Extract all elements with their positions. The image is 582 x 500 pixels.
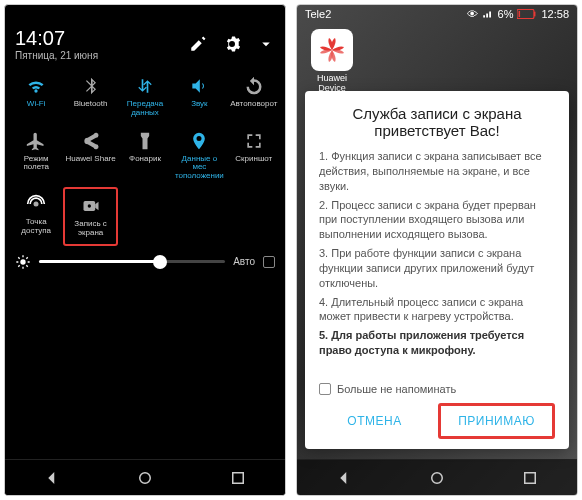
signal-icon xyxy=(482,8,494,20)
svg-point-0 xyxy=(34,201,39,206)
time: 14:07 xyxy=(15,27,98,50)
svg-point-3 xyxy=(20,259,25,264)
nav-back-icon[interactable] xyxy=(335,469,353,487)
tile-label: Bluetooth xyxy=(74,100,108,109)
cancel-button[interactable]: ОТМЕНА xyxy=(319,403,430,439)
qs-tile-flashlight[interactable]: Фонарик xyxy=(118,124,172,187)
dialog-paragraph: 3. При работе функции записи с экрана фу… xyxy=(319,246,555,291)
qs-tile-record[interactable]: Запись с экрана xyxy=(63,187,117,246)
record-icon xyxy=(81,195,101,217)
screenshot-icon xyxy=(244,130,264,152)
dont-remind-label: Больше не напоминать xyxy=(337,383,456,395)
tile-label: Звук xyxy=(191,100,207,109)
bluetooth-icon xyxy=(81,75,101,97)
qs-tile-data[interactable]: Передача данных xyxy=(118,69,172,124)
tile-label: Запись с экрана xyxy=(67,220,113,238)
dialog-paragraph: 1. Функция записи с экрана записывает вс… xyxy=(319,149,555,194)
svg-point-9 xyxy=(432,472,443,483)
tile-label: Режим полета xyxy=(11,155,61,173)
carrier: Tele2 xyxy=(305,8,331,20)
qs-tile-location[interactable]: Данные о мес тоположении xyxy=(172,124,226,187)
clock: 12:58 xyxy=(541,8,569,20)
qs-tile-bluetooth[interactable]: Bluetooth xyxy=(63,69,117,124)
tile-label: Автоповорот xyxy=(230,100,277,109)
qs-tile-share[interactable]: Huawei Share xyxy=(63,124,117,187)
app-label: Huawei Device xyxy=(307,73,357,93)
tile-label: Данные о мес тоположении xyxy=(174,155,224,181)
qs-tiles: Wi-FiBluetoothПередача данныхЗвукАвтопов… xyxy=(5,69,285,246)
hotspot-icon xyxy=(26,193,46,215)
phone-quick-settings: 14:07 Пятница, 21 июня Wi-FiBluetoothПер… xyxy=(4,4,286,496)
flashlight-icon xyxy=(135,130,155,152)
battery-level: 6% xyxy=(498,8,514,20)
dialog-paragraph: 2. Процесс записи с экрана будет прерван… xyxy=(319,198,555,243)
qs-tile-rotate[interactable]: Автоповорот xyxy=(227,69,281,124)
svg-rect-10 xyxy=(525,472,536,483)
rotate-icon xyxy=(244,75,264,97)
svg-point-4 xyxy=(140,472,151,483)
huawei-logo-icon xyxy=(311,29,353,71)
dialog-paragraph-bold: 5. Для работы приложения требуется право… xyxy=(319,328,555,358)
dont-remind-checkbox[interactable] xyxy=(319,383,331,395)
share-icon xyxy=(81,130,101,152)
nav-recent-icon[interactable] xyxy=(521,469,539,487)
qs-tile-airplane[interactable]: Режим полета xyxy=(9,124,63,187)
dont-remind-row[interactable]: Больше не напоминать xyxy=(319,383,555,395)
dialog-paragraph: 4. Длительный процесс записи с экрана мо… xyxy=(319,295,555,325)
brightness-row: Авто xyxy=(5,246,285,274)
nav-recent-icon[interactable] xyxy=(229,469,247,487)
status-bar xyxy=(5,5,285,23)
wifi-icon xyxy=(26,75,46,97)
airplane-icon xyxy=(26,130,46,152)
accept-button[interactable]: ПРИНИМАЮ xyxy=(438,403,555,439)
nav-home-icon[interactable] xyxy=(428,469,446,487)
tile-label: Wi-Fi xyxy=(27,100,46,109)
dialog-title: Служба записи с экрана приветствует Вас! xyxy=(319,105,555,139)
brightness-auto-checkbox[interactable] xyxy=(263,256,275,268)
brightness-icon xyxy=(15,254,31,270)
data-icon xyxy=(135,75,155,97)
qs-tile-wifi[interactable]: Wi-Fi xyxy=(9,69,63,124)
chevron-down-icon[interactable] xyxy=(257,35,275,53)
tile-label: Huawei Share xyxy=(65,155,115,164)
svg-rect-8 xyxy=(519,11,521,17)
nav-bar xyxy=(297,459,577,495)
nav-home-icon[interactable] xyxy=(136,469,154,487)
qs-tile-sound[interactable]: Звук xyxy=(172,69,226,124)
brightness-auto-label: Авто xyxy=(233,256,255,267)
qs-tile-hotspot[interactable]: Точка доступа xyxy=(9,187,63,246)
svg-rect-7 xyxy=(534,12,536,17)
tile-label: Скриншот xyxy=(235,155,272,164)
qs-header: 14:07 Пятница, 21 июня xyxy=(5,23,285,69)
tile-label: Фонарик xyxy=(129,155,161,164)
battery-icon xyxy=(517,9,537,19)
brightness-slider[interactable] xyxy=(39,260,225,263)
tile-label: Передача данных xyxy=(120,100,170,118)
eye-icon: 👁 xyxy=(467,8,478,20)
qs-tile-screenshot[interactable]: Скриншот xyxy=(227,124,281,187)
date: Пятница, 21 июня xyxy=(15,50,98,61)
screen-recorder-dialog: Служба записи с экрана приветствует Вас!… xyxy=(305,91,569,449)
location-icon xyxy=(189,130,209,152)
sound-icon xyxy=(189,75,209,97)
dialog-body: 1. Функция записи с экрана записывает вс… xyxy=(319,149,555,375)
svg-rect-5 xyxy=(233,472,244,483)
tile-label: Точка доступа xyxy=(11,218,61,236)
phone-screen-recorder-dialog: Tele2 👁 6% 12:58 Huawei Device Служба за… xyxy=(296,4,578,496)
nav-bar xyxy=(5,459,285,495)
svg-point-2 xyxy=(87,204,90,207)
gear-icon[interactable] xyxy=(223,35,241,53)
nav-back-icon[interactable] xyxy=(43,469,61,487)
status-bar: Tele2 👁 6% 12:58 xyxy=(297,5,577,23)
edit-icon[interactable] xyxy=(189,35,207,53)
app-shortcut-huawei-device[interactable]: Huawei Device xyxy=(307,29,357,93)
